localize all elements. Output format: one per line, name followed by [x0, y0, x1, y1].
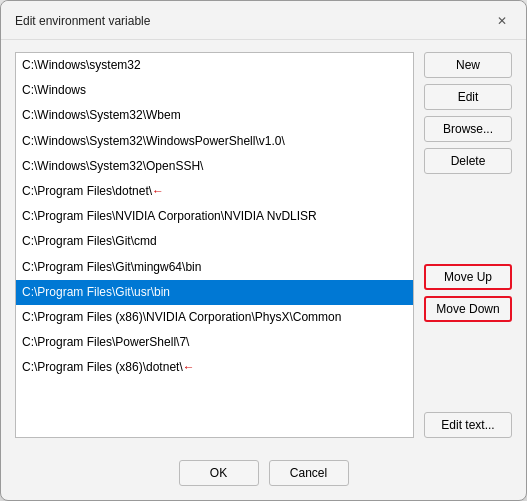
- dialog-footer: OK Cancel: [1, 450, 526, 500]
- browse-button[interactable]: Browse...: [424, 116, 512, 142]
- list-item[interactable]: C:\Windows\System32\OpenSSH\: [16, 154, 413, 179]
- list-item-text: C:\Program Files (x86)\NVIDIA Corporatio…: [22, 308, 341, 327]
- list-item-text: C:\Windows\System32\WindowsPowerShell\v1…: [22, 132, 285, 151]
- list-item[interactable]: C:\Program Files\dotnet\ ←: [16, 179, 413, 204]
- dialog: Edit environment variable ✕ C:\Windows\s…: [0, 0, 527, 501]
- list-item[interactable]: C:\Program Files\Git\mingw64\bin: [16, 255, 413, 280]
- list-item[interactable]: C:\Windows\system32: [16, 53, 413, 78]
- list-item-text: C:\Program Files\PowerShell\7\: [22, 333, 189, 352]
- list-item-text: C:\Windows\System32\OpenSSH\: [22, 157, 203, 176]
- annotation-arrow: ←: [152, 182, 164, 201]
- dialog-body: C:\Windows\system32C:\WindowsC:\Windows\…: [1, 40, 526, 450]
- list-item-text: C:\Program Files\NVIDIA Corporation\NVID…: [22, 207, 317, 226]
- list-item[interactable]: C:\Windows\System32\Wbem: [16, 103, 413, 128]
- list-item[interactable]: C:\Program Files\Git\usr\bin: [16, 280, 413, 305]
- buttons-column: New Edit Browse... Delete Move Up Move D…: [424, 52, 512, 438]
- edit-text-button[interactable]: Edit text...: [424, 412, 512, 438]
- list-item-text: C:\Windows\system32: [22, 56, 141, 75]
- ok-button[interactable]: OK: [179, 460, 259, 486]
- list-item-text: C:\Windows: [22, 81, 86, 100]
- list-item[interactable]: C:\Program Files\NVIDIA Corporation\NVID…: [16, 204, 413, 229]
- list-item-text: C:\Program Files\Git\mingw64\bin: [22, 258, 201, 277]
- list-item[interactable]: C:\Program Files\Git\cmd: [16, 229, 413, 254]
- move-up-button[interactable]: Move Up: [424, 264, 512, 290]
- list-item[interactable]: C:\Windows\System32\WindowsPowerShell\v1…: [16, 129, 413, 154]
- list-item[interactable]: C:\Program Files\PowerShell\7\: [16, 330, 413, 355]
- list-item[interactable]: C:\Program Files (x86)\dotnet\ ←: [16, 355, 413, 380]
- list-item-text: C:\Program Files\Git\usr\bin: [22, 283, 170, 302]
- title-bar: Edit environment variable ✕: [1, 1, 526, 40]
- delete-button[interactable]: Delete: [424, 148, 512, 174]
- annotation-arrow: ←: [183, 358, 195, 377]
- env-var-list[interactable]: C:\Windows\system32C:\WindowsC:\Windows\…: [15, 52, 414, 438]
- list-item-text: C:\Program Files\Git\cmd: [22, 232, 157, 251]
- list-item[interactable]: C:\Program Files (x86)\NVIDIA Corporatio…: [16, 305, 413, 330]
- list-item-text: C:\Program Files (x86)\dotnet\: [22, 358, 183, 377]
- dialog-title: Edit environment variable: [15, 14, 150, 28]
- edit-button[interactable]: Edit: [424, 84, 512, 110]
- list-item-text: C:\Program Files\dotnet\: [22, 182, 152, 201]
- close-icon: ✕: [497, 14, 507, 28]
- move-down-button[interactable]: Move Down: [424, 296, 512, 322]
- cancel-button[interactable]: Cancel: [269, 460, 349, 486]
- close-button[interactable]: ✕: [492, 11, 512, 31]
- list-item-text: C:\Windows\System32\Wbem: [22, 106, 181, 125]
- list-item[interactable]: C:\Windows: [16, 78, 413, 103]
- new-button[interactable]: New: [424, 52, 512, 78]
